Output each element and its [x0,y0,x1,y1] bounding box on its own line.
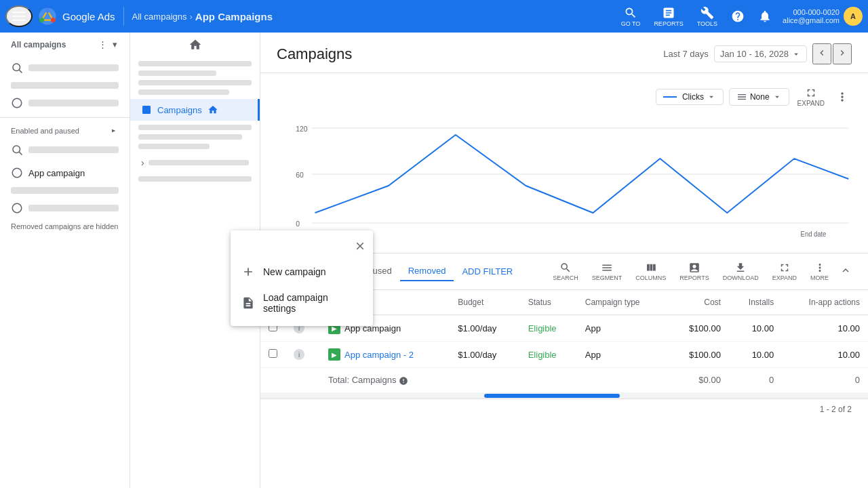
breadcrumb-current: App Campaigns [195,11,273,22]
enabled-paused-label: Enabled and paused [0,121,130,138]
topbar: Google Ads All campaigns › App Campaigns… [0,0,868,33]
total-installs: 0 [729,368,782,393]
breadcrumb: All campaigns › App Campaigns [132,11,273,22]
app-name: Google Ads [62,11,115,22]
add-filter-btn[interactable]: ADD FILTER [454,262,521,281]
load-settings-item[interactable]: Load campaign settings [231,285,373,321]
date-prev-btn[interactable] [812,43,831,64]
new-campaign-item[interactable]: New campaign [231,258,373,285]
breadcrumb-sep: › [190,12,193,22]
total-inapp: 0 [782,368,868,393]
search-tool-btn[interactable]: GO TO [616,1,646,33]
search-tool-label: GO TO [621,20,641,27]
total-label: Total: Campaigns [320,368,450,393]
col-inapp: In-app actions [782,290,868,315]
horizontal-scrollbar[interactable] [260,393,868,399]
expand-label: EXPAND [797,100,825,107]
search-toolbar-btn[interactable]: SEARCH [550,259,581,284]
svg-text:120: 120 [296,125,307,133]
campaigns-nav-item[interactable]: Campaigns [130,99,260,121]
help-btn[interactable] [726,4,750,28]
row2-name: ▶ App campaign - 2 [320,342,450,368]
campaign-name-link[interactable]: App campaign - 2 [344,350,414,360]
table-row: i ▶ App campaign - 2 $1.00/day Eligible … [260,342,868,368]
load-settings-label: Load campaign settings [263,292,362,314]
total-cost: $0.00 [667,368,729,393]
chart-area: Clicks None EXPAND [260,73,868,253]
row1-cost: $100.00 [667,315,729,342]
scrollbar-thumb[interactable] [484,394,620,398]
date-range-picker[interactable]: Jan 10 - 16, 2028 [714,45,807,62]
download-toolbar-btn[interactable]: DOWNLOAD [720,259,762,284]
left-sidebar: All campaigns ⋮ ▾ Enabled and paused [0,33,130,488]
campaigns-nav-label: Campaigns [157,105,202,115]
segment-toolbar-btn[interactable]: SEGMENT [589,259,625,284]
svg-text:End date: End date [801,230,827,238]
sidebar-more-btn[interactable]: ⋮ [97,38,108,51]
sidebar-item-search2[interactable] [0,138,130,161]
collapse-btn[interactable] [840,264,852,279]
svg-point-5 [51,18,56,22]
ss-expand-btn[interactable]: › [130,153,260,172]
chart-more-btn[interactable] [833,87,852,106]
campaign-header: Campaigns Last 7 days Jan 10 - 16, 2028 [260,33,868,73]
reports-toolbar-btn[interactable]: REPORTS [677,259,711,284]
main-layout: All campaigns ⋮ ▾ Enabled and paused [0,33,868,488]
user-avatar[interactable]: A [844,7,863,26]
reports-btn[interactable]: REPORTS [648,1,688,33]
svg-text:0: 0 [296,220,300,228]
sidebar-app-campaign[interactable]: App campaign [0,161,130,184]
sidebar-actions: ⋮ ▾ [97,38,119,51]
notifications-btn[interactable] [753,4,777,28]
sidebar-item-circle1[interactable] [0,92,130,115]
topbar-icons: GO TO REPORTS TOOLS [616,1,777,33]
hamburger-menu[interactable] [5,5,33,27]
svg-point-10 [13,146,20,153]
col-type: Campaign type [577,290,668,315]
performance-chart: 120 60 0 Start date End date [277,118,852,240]
row1-type: App [577,315,668,342]
ss-home-btn[interactable] [130,33,260,57]
row2-info[interactable]: i [285,342,320,368]
row1-status: Eligible [520,315,577,342]
col-cost: Cost [667,290,729,315]
segment-label: None [750,92,770,102]
date-range-text: Jan 10 - 16, 2028 [720,49,789,59]
metric-label: Clicks [682,92,704,102]
row2-status: Eligible [520,342,577,368]
date-next-btn[interactable] [833,43,852,64]
date-preset-label: Last 7 days [663,49,709,59]
svg-point-13 [12,203,22,213]
breadcrumb-parent[interactable]: All campaigns [132,12,187,22]
columns-toolbar-btn[interactable]: COLUMNS [633,259,669,284]
user-info[interactable]: 000-000-0020 alice@gmail.com A [783,7,863,26]
dropdown-close-btn[interactable] [353,239,368,256]
row1-inapp: 10.00 [782,315,868,342]
chart-controls: Clicks None EXPAND [277,84,852,110]
total-row: Total: Campaigns $0.00 0 0 [260,368,868,393]
svg-point-9 [12,98,22,108]
row1-installs: 10.00 [729,315,782,342]
filter-tab-removed[interactable]: Removed [400,262,454,281]
row2-checkbox[interactable] [260,342,285,368]
pagination-text: 1 - 2 of 2 [820,405,852,414]
sidebar-expand-btn[interactable]: ▾ [111,38,119,51]
svg-line-11 [19,152,22,155]
sidebar-item-search1[interactable] [0,56,130,79]
svg-point-12 [12,168,22,178]
ss-arrow-icon: › [141,157,144,168]
row2-installs: 10.00 [729,342,782,368]
new-campaign-label: New campaign [263,266,326,277]
svg-line-8 [19,70,22,73]
row2-type: App [577,342,668,368]
sidebar-header: All campaigns ⋮ ▾ [0,33,130,56]
chart-expand-btn[interactable]: EXPAND [795,84,827,110]
expand-toolbar-btn[interactable]: EXPAND [770,259,800,284]
sidebar-item-circle2[interactable] [0,197,130,220]
tools-btn[interactable]: TOOLS [692,1,723,33]
dropdown-menu: New campaign Load campaign settings [231,230,373,326]
table-body: i ▶ App campaign $1.00/day Eligible App … [260,315,868,393]
more-toolbar-btn[interactable]: MORE [808,259,831,284]
segment-btn[interactable]: None [729,88,789,106]
clicks-metric-btn[interactable]: Clicks [656,89,724,105]
